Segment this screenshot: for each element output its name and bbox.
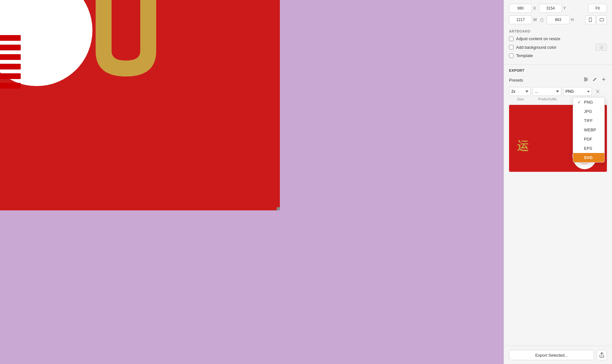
svg-rect-1: [0, 45, 21, 50]
position-row: 980 X 3154 Y Fit: [509, 4, 607, 13]
format-label-jpg: JPG: [584, 109, 592, 114]
svg-rect-3: [0, 64, 21, 69]
svg-rect-2: [0, 54, 21, 60]
svg-rect-8: [600, 18, 604, 21]
format-label-png: PNG: [584, 100, 593, 105]
format-option-eps[interactable]: EPS: [573, 144, 604, 153]
portrait-button[interactable]: [585, 15, 595, 24]
y-input[interactable]: 3154: [539, 4, 562, 13]
svg-text:运: 运: [517, 140, 529, 152]
lock-icon[interactable]: [539, 17, 545, 23]
template-checkbox[interactable]: [509, 54, 514, 58]
format-selected-label: PNG: [565, 89, 574, 94]
presets-row: Presets: [509, 76, 607, 84]
x-axis-label: X: [533, 6, 537, 11]
format-popup: ✓ PNG JPG TIFF WEBP: [573, 97, 605, 163]
adjust-content-checkbox[interactable]: [509, 37, 514, 41]
svg-point-12: [584, 77, 586, 79]
add-bg-color-label: Add background color: [516, 45, 593, 50]
canvas-gold-u-shape: [89, 0, 163, 83]
close-icon: [595, 89, 600, 94]
canvas-area: [0, 0, 280, 364]
y-field-group: 3154 Y: [539, 4, 567, 13]
format-label-pdf: PDF: [584, 137, 592, 142]
format-option-jpg[interactable]: JPG: [573, 107, 604, 116]
format-label-webp: WEBP: [584, 127, 596, 132]
format-option-svg[interactable]: SVG: [573, 153, 604, 162]
template-row: Template: [509, 53, 607, 58]
y-axis-label: Y: [563, 6, 567, 11]
canvas-content: [0, 0, 280, 210]
w-axis-label: W: [533, 18, 537, 22]
panel-top-section: 980 X 3154 Y Fit 1217 W 863: [504, 0, 612, 28]
color-swatch-icon: ⬜: [599, 46, 603, 49]
remove-export-row-button[interactable]: [594, 88, 601, 95]
svg-rect-5: [0, 83, 21, 89]
share-button[interactable]: [597, 350, 607, 360]
h-axis-label: H: [571, 18, 575, 22]
format-label-svg: SVG: [584, 155, 593, 160]
export-selected-button[interactable]: Export Selected...: [509, 350, 594, 360]
artboard-section: Artboard Adjust content on resize Add ba…: [504, 28, 612, 65]
prefix-suffix-dropdown[interactable]: ...: [533, 87, 561, 96]
preset-filter-button[interactable]: [583, 76, 589, 84]
format-option-pdf[interactable]: PDF: [573, 135, 604, 144]
preview-yun-chars: 运: [515, 135, 541, 162]
format-option-png[interactable]: ✓ PNG: [573, 98, 604, 107]
export-bottom: Export Selected...: [504, 346, 612, 364]
export-title: EXPORT: [509, 69, 607, 72]
svg-rect-6: [541, 19, 543, 22]
x-field-group: 980 X: [509, 4, 537, 13]
svg-rect-4: [0, 73, 21, 79]
share-icon: [599, 352, 604, 358]
wh-row: 1217 W 863 H: [509, 15, 607, 24]
preset-icons: [583, 76, 607, 84]
canvas-resize-handle[interactable]: [277, 207, 280, 210]
presets-label: Presets: [509, 78, 583, 83]
dropdown-chevron-icon: [587, 91, 590, 92]
w-field-group: 1217 W: [509, 15, 537, 24]
w-input[interactable]: 1217: [509, 15, 532, 24]
size-dropdown[interactable]: 2x 1x 0.5x 3x: [509, 87, 531, 96]
artboard-section-label: Artboard: [509, 29, 607, 33]
right-panel: 980 X 3154 Y Fit 1217 W 863: [504, 0, 612, 364]
h-field-group: 863 H: [547, 15, 575, 24]
preset-add-button[interactable]: [601, 76, 607, 84]
format-dropdown-button[interactable]: PNG: [563, 87, 592, 96]
prefix-column-label: Prefix/Suffix: [533, 97, 562, 101]
format-option-tiff[interactable]: TIFF: [573, 116, 604, 125]
landscape-button[interactable]: [597, 15, 607, 24]
orientation-buttons: [585, 15, 607, 24]
add-bg-color-row: Add background color ⬜: [509, 44, 607, 51]
add-bg-color-checkbox[interactable]: [509, 45, 514, 49]
svg-point-14: [585, 80, 586, 81]
format-option-webp[interactable]: WEBP: [573, 125, 604, 135]
export-controls-row: 2x 1x 0.5x 3x ... PNG ✓: [509, 87, 607, 96]
format-label-eps: EPS: [584, 146, 592, 151]
x-input[interactable]: 980: [509, 4, 532, 13]
h-input[interactable]: 863: [547, 15, 570, 24]
size-column-label: Size: [510, 97, 531, 101]
svg-point-13: [586, 79, 587, 80]
adjust-content-label: Adjust content on resize: [516, 36, 607, 41]
fit-button[interactable]: Fit: [588, 4, 607, 13]
canvas-red-chars: [0, 32, 22, 96]
adjust-content-row: Adjust content on resize: [509, 36, 607, 41]
svg-rect-7: [589, 18, 592, 22]
template-label: Template: [516, 53, 607, 58]
bg-color-swatch[interactable]: ⬜: [595, 44, 607, 51]
format-dropdown-wrap: PNG ✓ PNG JPG: [563, 87, 592, 96]
svg-rect-0: [0, 35, 21, 41]
format-label-tiff: TIFF: [584, 118, 593, 123]
checkmark-icon: ✓: [578, 100, 582, 105]
export-section: EXPORT Presets: [504, 65, 612, 346]
preset-edit-button[interactable]: [592, 76, 598, 84]
